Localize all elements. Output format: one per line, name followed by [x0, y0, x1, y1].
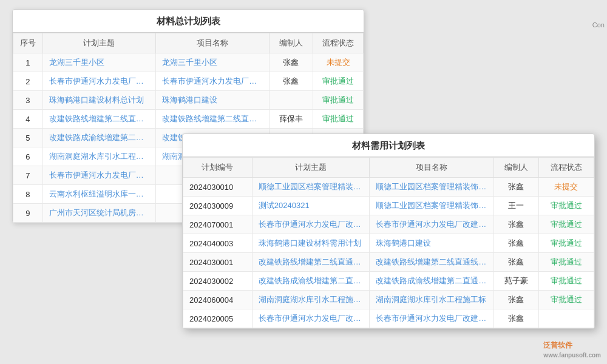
corner-label: Con — [592, 21, 605, 29]
cell-code: 2024070001 — [183, 215, 253, 234]
need-plan-table: 计划编号 计划主题 项目名称 编制人 流程状态 2024030010 顺德工业园… — [183, 157, 594, 328]
table-row[interactable]: 2024030010 顺德工业园区档案管理精装饰工程（... 顺德工业园区档案管… — [183, 178, 594, 197]
watermark: 泛普软件 www.fanpusoft.com — [543, 340, 601, 359]
col-header-project: 项目名称 — [156, 33, 269, 53]
cell-theme[interactable]: 云南水利枢纽溢明水库一期工程施工标材料... — [42, 185, 155, 204]
table-row[interactable]: 2024030002 改建铁路成渝线增建第二直通线（成... 改建铁路成渝线增建… — [183, 272, 594, 291]
cell-code: 2024030010 — [183, 178, 253, 197]
cell-editor: 张鑫 — [269, 72, 313, 91]
cell-project[interactable]: 顺德工业园区档案管理精装饰工程（... — [370, 197, 494, 215]
cell-theme[interactable]: 珠海鹤港口建设材料总计划 — [42, 91, 155, 110]
cell-project[interactable]: 改建铁路线增建第二线直通线（... — [156, 110, 269, 129]
cell-theme[interactable]: 长春市伊通河水力发电厂改建工程材料总计划 — [42, 166, 155, 185]
col-header-editor: 编制人 — [269, 33, 313, 53]
table-row[interactable]: 2024070001 长春市伊通河水力发电厂改建工程合... 长春市伊通河水力发… — [183, 215, 594, 234]
cell-project[interactable]: 长春市伊通河水力发电厂改建工程 — [156, 72, 269, 91]
cell-theme[interactable]: 测试20240321 — [252, 197, 369, 215]
cell-status: 审批通过 — [538, 234, 594, 253]
cell-seq: 2 — [13, 72, 43, 91]
cell-theme[interactable]: 顺德工业园区档案管理精装饰工程（... — [252, 178, 369, 197]
cell-editor — [269, 91, 313, 110]
cell-theme[interactable]: 长春市伊通河水力发电厂改建工程材... — [252, 309, 369, 328]
total-plan-title: 材料总计划列表 — [13, 10, 364, 33]
cell-editor: 张鑫 — [494, 309, 539, 328]
cell-project[interactable]: 长春市伊通河水力发电厂改建工程 — [370, 309, 494, 328]
cell-theme[interactable]: 龙湖三千里小区 — [42, 53, 155, 72]
cell-status: 审批通过 — [538, 215, 594, 234]
cell-project[interactable]: 改建铁路成渝线增建第二直通线（成... — [370, 272, 494, 291]
cell-editor: 薛保丰 — [269, 110, 313, 129]
cell-code: 2024030009 — [183, 197, 253, 215]
cell-seq: 7 — [13, 166, 43, 185]
cell-seq: 8 — [13, 185, 43, 204]
cell-theme[interactable]: 湖南洞庭湖水库引水工程施工标材... — [252, 291, 369, 309]
cell-status: 审批通过 — [538, 253, 594, 272]
cell-project[interactable]: 龙湖三千里小区 — [156, 53, 269, 72]
cell-editor: 王一 — [494, 197, 539, 215]
cell-project[interactable]: 长春市伊通河水力发电厂改建工程 — [370, 215, 494, 234]
col-header-status: 流程状态 — [313, 33, 364, 53]
table-row[interactable]: 2024060004 湖南洞庭湖水库引水工程施工标材... 湖南洞庭湖水库引水工… — [183, 291, 594, 309]
cell-project[interactable]: 湖南洞庭湖水库引水工程施工标 — [370, 291, 494, 309]
col-header-editor: 编制人 — [494, 158, 539, 178]
need-plan-header: 计划编号 计划主题 项目名称 编制人 流程状态 — [183, 158, 594, 178]
cell-project[interactable]: 珠海鹤港口建设 — [370, 234, 494, 253]
cell-seq: 1 — [13, 53, 43, 72]
cell-editor: 张鑫 — [494, 291, 539, 309]
cell-status: 审批通过 — [538, 272, 594, 291]
cell-editor: 张鑫 — [269, 53, 313, 72]
table-row[interactable]: 2024030009 测试20240321 顺德工业园区档案管理精装饰工程（..… — [183, 197, 594, 215]
cell-editor: 苑子豪 — [494, 272, 539, 291]
watermark-url: www.fanpusoft.com — [543, 352, 601, 359]
table-row[interactable]: 2024040003 珠海鹤港口建设材料需用计划 珠海鹤港口建设 张鑫 审批通过 — [183, 234, 594, 253]
table-row[interactable]: 2024030001 改建铁路线增建第二线直通线（成都... 改建铁路线增建第二… — [183, 253, 594, 272]
cell-status: 未提交 — [313, 53, 364, 72]
table-row[interactable]: 4 改建铁路线增建第二线直通线（成都-西安）... 改建铁路线增建第二线直通线（… — [13, 110, 364, 129]
cell-project[interactable]: 改建铁路线增建第二线直通线（成都... — [370, 253, 494, 272]
cell-status: 审批通过 — [538, 197, 594, 215]
cell-theme[interactable]: 改建铁路线增建第二线直通线（成都... — [252, 253, 369, 272]
table-row[interactable]: 3 珠海鹤港口建设材料总计划 珠海鹤港口建设 审批通过 — [13, 91, 364, 110]
cell-editor: 张鑫 — [494, 253, 539, 272]
need-plan-title: 材料需用计划列表 — [183, 134, 594, 157]
cell-theme[interactable]: 长春市伊通河水力发电厂改建工程合... — [252, 215, 369, 234]
watermark-brand: 泛普软件 — [543, 341, 572, 349]
table-row[interactable]: 1 龙湖三千里小区 龙湖三千里小区 张鑫 未提交 — [13, 53, 364, 72]
cell-project[interactable]: 珠海鹤港口建设 — [156, 91, 269, 110]
cell-seq: 4 — [13, 110, 43, 129]
cell-status: 审批通过 — [313, 91, 364, 110]
col-header-seq: 序号 — [13, 33, 43, 53]
col-header-project: 项目名称 — [370, 158, 494, 178]
cell-code: 2024060004 — [183, 291, 253, 309]
cell-theme[interactable]: 改建铁路成渝线增建第二直通线（成... — [252, 272, 369, 291]
cell-code: 2024040003 — [183, 234, 253, 253]
cell-status: 审批通过 — [313, 72, 364, 91]
cell-editor: 张鑫 — [494, 215, 539, 234]
col-header-theme: 计划主题 — [42, 33, 155, 53]
total-plan-header: 序号 计划主题 项目名称 编制人 流程状态 — [13, 33, 364, 53]
cell-code: 2024020005 — [183, 309, 253, 328]
cell-seq: 5 — [13, 129, 43, 147]
cell-seq: 3 — [13, 91, 43, 110]
cell-project[interactable]: 顺德工业园区档案管理精装饰工程（... — [370, 178, 494, 197]
cell-editor: 张鑫 — [494, 178, 539, 197]
col-header-theme: 计划主题 — [252, 158, 369, 178]
cell-theme[interactable]: 改建铁路成渝线增建第二直通线（成渝枢纽... — [42, 129, 155, 147]
need-plan-panel: 材料需用计划列表 计划编号 计划主题 项目名称 编制人 流程状态 2024030… — [182, 133, 595, 329]
cell-theme[interactable]: 改建铁路线增建第二线直通线（成都-西安）... — [42, 110, 155, 129]
cell-status: 未提交 — [538, 178, 594, 197]
cell-theme[interactable]: 长春市伊通河水力发电厂改建工程合同材料... — [42, 72, 155, 91]
cell-editor: 张鑫 — [494, 234, 539, 253]
table-row[interactable]: 2024020005 长春市伊通河水力发电厂改建工程材... 长春市伊通河水力发… — [183, 309, 594, 328]
cell-status — [538, 309, 594, 328]
cell-theme[interactable]: 珠海鹤港口建设材料需用计划 — [252, 234, 369, 253]
cell-seq: 9 — [13, 204, 43, 223]
cell-code: 2024030002 — [183, 272, 253, 291]
cell-status: 审批通过 — [313, 110, 364, 129]
col-header-status: 流程状态 — [538, 158, 594, 178]
cell-status: 审批通过 — [538, 291, 594, 309]
table-row[interactable]: 2 长春市伊通河水力发电厂改建工程合同材料... 长春市伊通河水力发电厂改建工程… — [13, 72, 364, 91]
cell-theme[interactable]: 湖南洞庭湖水库引水工程施工标材料总计划 — [42, 147, 155, 166]
cell-theme[interactable]: 广州市天河区统计局机房改造项目材料总计划 — [42, 204, 155, 223]
cell-seq: 6 — [13, 147, 43, 166]
